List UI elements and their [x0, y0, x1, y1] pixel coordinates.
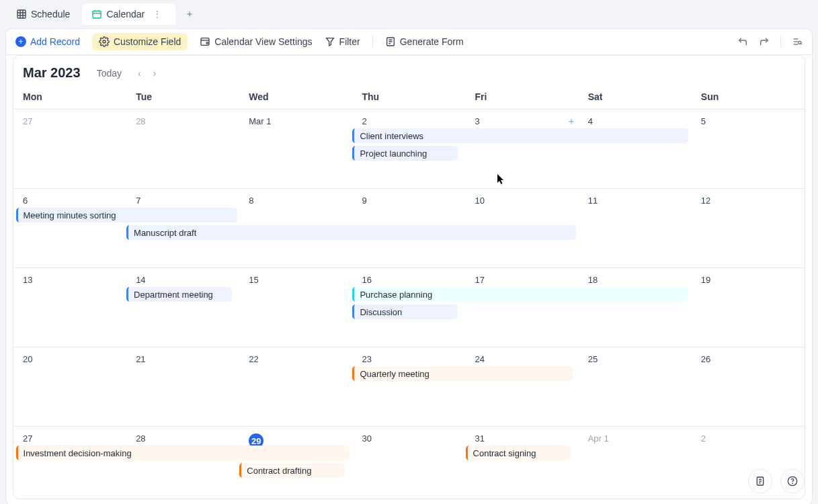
calendar-title: Mar 2023: [23, 65, 81, 81]
event-project-launching[interactable]: Project launching: [352, 146, 458, 161]
week-row: 27 28 Mar 1 2 3 ＋4 5 Client interviews P…: [13, 109, 805, 188]
view-settings-button[interactable]: Calendar View Settings: [200, 36, 312, 47]
svg-marker-13: [326, 38, 333, 46]
day-cell[interactable]: 25: [579, 351, 692, 423]
day-number: 21: [136, 354, 145, 364]
day-number: Apr 1: [588, 433, 609, 444]
prev-month-button[interactable]: ‹: [138, 68, 141, 79]
event-investment[interactable]: Investment decision-making: [16, 446, 350, 460]
day-cell[interactable]: 5: [692, 114, 805, 185]
notes-button[interactable]: [748, 469, 772, 493]
svg-rect-5: [93, 11, 101, 18]
day-cell[interactable]: 17: [466, 272, 579, 344]
day-cell[interactable]: 22: [239, 351, 352, 423]
tab-calendar[interactable]: Calendar ⋮: [82, 3, 175, 25]
day-number: 22: [249, 354, 258, 364]
calendar: Mar 2023 Today ‹ › Mon Tue Wed Thu Fri S…: [13, 55, 805, 499]
event-contract-signing[interactable]: Contract signing: [466, 446, 571, 460]
day-number: 9: [362, 196, 366, 206]
day-cell[interactable]: 27: [13, 114, 126, 185]
dow-tue: Tue: [126, 91, 239, 102]
tab-more-icon[interactable]: ⋮: [149, 9, 166, 19]
filter-label: Filter: [339, 36, 360, 47]
day-number: 8: [249, 196, 253, 206]
add-tab-button[interactable]: ＋: [178, 4, 201, 24]
day-cell[interactable]: 26: [692, 351, 805, 423]
view-settings-label: Calendar View Settings: [214, 36, 312, 47]
day-number: 30: [362, 433, 371, 444]
event-department-meeting[interactable]: Department meeting: [126, 287, 232, 302]
event-quarterly-meeting[interactable]: Quarterly meeting: [352, 366, 572, 381]
help-button[interactable]: [780, 469, 805, 493]
day-number: 5: [701, 116, 706, 126]
day-number: Mar 1: [249, 116, 271, 126]
day-cell[interactable]: Mar 1: [239, 114, 352, 185]
svg-point-9: [103, 40, 106, 43]
dow-fri: Fri: [466, 91, 579, 102]
dow-thu: Thu: [352, 91, 465, 102]
search-icon[interactable]: [792, 36, 803, 47]
gear-icon: [99, 36, 110, 47]
day-cell[interactable]: 20: [13, 351, 126, 423]
dow-sat: Sat: [579, 91, 692, 102]
week-row: 13 14 15 16 17 18 19 Department meeting …: [13, 267, 805, 347]
day-cell[interactable]: 3: [466, 114, 579, 185]
svg-line-22: [801, 44, 801, 44]
today-button[interactable]: Today: [97, 68, 122, 79]
week-row: 20 21 22 23 24 25 26 Quarterly meeting: [13, 347, 805, 426]
day-cell[interactable]: 28: [126, 431, 239, 496]
event-manuscript-draft[interactable]: Manuscript draft: [126, 225, 576, 240]
day-cell[interactable]: 31: [466, 431, 579, 496]
day-cell[interactable]: 15: [239, 272, 352, 344]
event-purchase-planning[interactable]: Purchase planning: [352, 287, 688, 302]
day-number: 11: [588, 196, 598, 206]
event-contract-drafting[interactable]: Contract drafting: [239, 463, 345, 478]
day-cell[interactable]: 23: [352, 351, 465, 423]
week-row: 27 28 29 30 31 Apr 1 2 Investment decisi…: [13, 426, 805, 499]
day-number: 2: [362, 116, 366, 126]
redo-icon[interactable]: [759, 36, 770, 47]
event-client-interviews[interactable]: Client interviews: [352, 128, 688, 143]
day-cell[interactable]: ＋4: [579, 114, 692, 185]
day-number: 10: [475, 196, 485, 206]
day-number: 12: [701, 196, 710, 206]
day-cell[interactable]: 14: [126, 272, 239, 344]
day-cell[interactable]: 12: [692, 193, 805, 265]
tab-calendar-label: Calendar: [106, 9, 145, 19]
day-cell[interactable]: Apr 1: [579, 431, 692, 496]
customize-field-button[interactable]: Customize Field: [92, 33, 188, 50]
day-cell[interactable]: 19: [692, 272, 805, 344]
toolbar-right: [737, 36, 803, 48]
day-number: 20: [23, 354, 32, 364]
next-month-button[interactable]: ›: [153, 68, 157, 79]
day-cell[interactable]: 30: [352, 431, 465, 496]
event-meeting-minutes[interactable]: Meeting minutes sorting: [16, 208, 238, 222]
day-cell[interactable]: 27: [13, 431, 126, 496]
day-cell[interactable]: 6: [13, 193, 126, 265]
event-discussion[interactable]: Discussion: [352, 304, 458, 319]
plus-circle-icon: +: [15, 36, 26, 47]
svg-point-12: [206, 42, 208, 44]
calendar-weeks: 27 28 Mar 1 2 3 ＋4 5 Client interviews P…: [13, 109, 805, 499]
grid-icon: [16, 9, 27, 19]
add-event-icon[interactable]: ＋: [567, 116, 576, 128]
day-number: 18: [588, 275, 598, 285]
generate-form-button[interactable]: Generate Form: [385, 36, 464, 47]
day-cell[interactable]: 18: [579, 272, 692, 344]
calendar-header: Mar 2023 Today ‹ ›: [13, 56, 805, 87]
filter-button[interactable]: Filter: [325, 36, 360, 47]
tab-schedule[interactable]: Schedule: [7, 3, 79, 25]
undo-icon[interactable]: [737, 36, 748, 47]
day-cell[interactable]: 28: [126, 114, 239, 185]
day-cell[interactable]: 13: [13, 272, 126, 344]
day-cell[interactable]: 11: [579, 193, 692, 265]
day-number: 3: [475, 116, 480, 126]
add-record-label: Add Record: [30, 36, 80, 47]
week-row: 6 7 8 9 10 11 12 Meeting minutes sorting…: [13, 188, 805, 267]
day-number: 14: [136, 275, 145, 285]
customize-field-label: Customize Field: [114, 36, 181, 47]
add-record-button[interactable]: + Add Record: [15, 36, 80, 47]
day-cell[interactable]: 24: [466, 351, 579, 423]
day-cell[interactable]: 21: [126, 351, 239, 423]
day-number: 31: [475, 433, 485, 444]
